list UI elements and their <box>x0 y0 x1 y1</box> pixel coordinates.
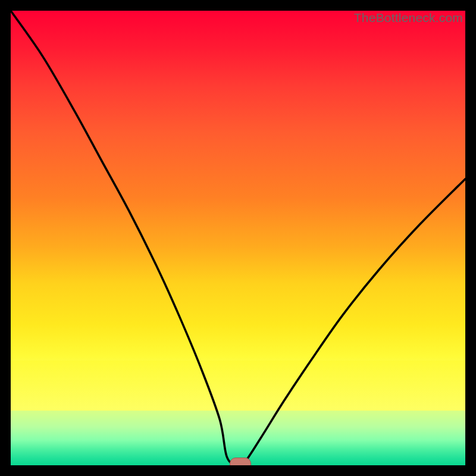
plot-area: TheBottleneck.com <box>11 11 465 465</box>
chart-frame: TheBottleneck.com <box>0 0 476 476</box>
attribution-text: TheBottleneck.com <box>354 11 463 25</box>
bottleneck-curve <box>11 11 465 465</box>
optimum-marker <box>230 458 251 465</box>
